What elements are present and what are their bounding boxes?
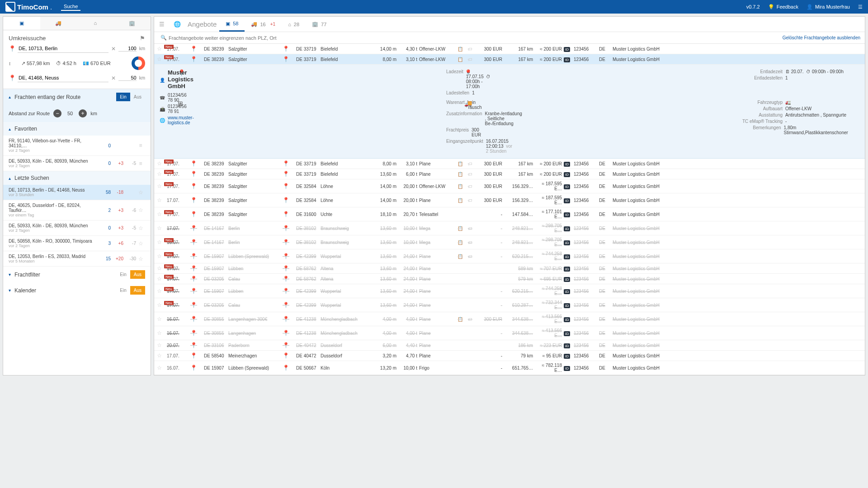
row-detail: 📍 Ladezeit🗓 17.07.15 ⏱ 08:00h - 17:00h L… xyxy=(154,65,865,159)
star-icon[interactable]: ☆ xyxy=(136,256,145,262)
table-row[interactable]: ☆ 16.07. 📍 DE 30855 Langenhagen 300€ 📍 D… xyxy=(154,312,865,326)
list-item[interactable]: DE, 10713, Berlin - DE, 41468, Neussvor … xyxy=(3,185,151,200)
table-row[interactable]: ☆ Neu17.07. 📍 DE 38239 Salzgitter 📍 DE 3… xyxy=(154,54,865,65)
version-label: v0.7.2 xyxy=(746,4,760,9)
route-section[interactable]: ▴Frachten entlang der Route EinAus xyxy=(3,89,151,105)
star-icon[interactable]: ☆ xyxy=(136,189,145,196)
table-row[interactable]: ☆ Neu17.07. 📍 DE 38239 Salzgitter 📍 DE 3… xyxy=(154,179,865,193)
list-item[interactable]: DE, 40625, Dusseldorf - DE, 82024, Taufk… xyxy=(3,200,151,221)
kalender-section[interactable]: ▾Kalender EinAus xyxy=(3,282,151,298)
list-item[interactable]: FR, 91140, Villebon-sur-Yvette - FR, 341… xyxy=(3,136,151,156)
list-item[interactable]: DE, 50933, Köln - DE, 80939, Münchenvor … xyxy=(3,221,151,236)
hide-deleted-link[interactable]: Gelöschte Frachtangebote ausblenden xyxy=(783,35,860,40)
id-badge: ID xyxy=(564,289,570,294)
table-row[interactable]: ☆ Neu17.07. 📍 DE 38239 Salzgitter 📍 DE 3… xyxy=(154,159,865,169)
route-ein[interactable]: Ein xyxy=(116,93,130,101)
logo: TimoCom. xyxy=(5,2,52,12)
table-row[interactable]: ☆ Neu17.07. 📍 DE 38239 Salzgitter 📍 DE 3… xyxy=(154,44,865,54)
list-item[interactable]: DE, 50933, Köln - DE, 80939, Münchenvor … xyxy=(3,156,151,171)
sidebar: ▣ 🚚 ⌂ 🏢 Umkreissuche⚑ 📍 ✕ km ↕ ↗ 557,98 … xyxy=(3,16,151,375)
table-row[interactable]: ☆ 17.07. 📍 DE 58540 Meinerzhagen 📍 DE 40… xyxy=(154,351,865,361)
umkreis-title: Umkreissuche xyxy=(9,35,46,42)
angebote-label: Angebote xyxy=(185,20,219,28)
start-input[interactable] xyxy=(18,44,108,53)
id-badge: ID xyxy=(564,57,570,62)
load-pin-icon: 📍 xyxy=(178,69,442,95)
table-row[interactable]: ☆ Neu17.07. 📍 DE 38239 Salzgitter 📍 DE 3… xyxy=(154,207,865,221)
star-icon[interactable]: ☆ xyxy=(136,225,145,231)
dest-input[interactable] xyxy=(18,74,108,82)
table-row[interactable]: ☆ 17.07. 📍 DE 38239 Salzgitter 📍 DE 3258… xyxy=(154,193,865,207)
star-icon[interactable]: ☆ xyxy=(136,240,145,247)
table-row[interactable]: ☆ Neu17.07. 📍 DE 03205 Calau 📍 DE 42399 … xyxy=(154,298,865,312)
menu-icon[interactable]: ☰ xyxy=(858,4,863,10)
id-badge: ID xyxy=(564,331,570,336)
table-row[interactable]: ☆ 16.07. 📍 DE 30855 Langenhagen 📍 DE 412… xyxy=(154,326,865,340)
id-badge: ID xyxy=(564,354,570,359)
table-row[interactable]: ☆ 17.07. 📍 DE 14167 Berlin 📍 DE 38102 Br… xyxy=(154,221,865,235)
clear-dest-icon[interactable]: ✕ xyxy=(111,75,116,81)
id-badge: ID xyxy=(564,317,570,322)
tab-building[interactable]: 🏢 77 xyxy=(306,17,333,32)
frachtfilter-section[interactable]: ▾Frachtfilter EinAus xyxy=(3,267,151,282)
side-tab-freight-icon[interactable]: ▣ xyxy=(3,17,40,30)
filter-icon[interactable]: ⚑ xyxy=(140,35,145,42)
tab-warehouse[interactable]: ⌂ 28 xyxy=(282,17,306,32)
minus-button[interactable]: − xyxy=(53,109,61,117)
route-aus[interactable]: Aus xyxy=(130,93,145,101)
star-icon[interactable]: ☆ xyxy=(157,365,167,371)
id-badge: ID xyxy=(564,343,570,348)
plus-button[interactable]: + xyxy=(79,109,87,117)
table-row[interactable]: ☆ Neu17.07. 📍 DE 15907 Lübben (Spreewald… xyxy=(154,249,865,263)
globe-icon[interactable]: 🌐 xyxy=(170,21,185,28)
star-icon[interactable]: ☆ xyxy=(136,207,145,213)
table-row[interactable]: ☆ 20.07. 📍 DE 33106 Paderborn 📍 DE 40472… xyxy=(154,340,865,351)
fav-section[interactable]: ▴Favoriten xyxy=(3,122,151,136)
star-icon[interactable]: ☆ xyxy=(157,330,167,336)
id-badge: ID xyxy=(564,198,570,203)
tab-suche[interactable]: Suche xyxy=(61,3,80,11)
table-row[interactable]: ☆ 16.07. 📍 DE 15907 Lübben (Spreewald) 📍… xyxy=(154,361,865,375)
table-row[interactable]: ☆ Neu17.07. 📍 DE 15907 Lübben 📍 DE 58762… xyxy=(154,263,865,274)
list-item[interactable]: DE, 12053, Berlin - ES, 28033, Madridvor… xyxy=(3,251,151,267)
feedback-link[interactable]: 💡 Feedback xyxy=(768,4,798,10)
id-badge: ID xyxy=(564,184,570,189)
clear-start-icon[interactable]: ✕ xyxy=(111,46,116,52)
table-row[interactable]: ☆ Neu17.07. 📍 DE 38239 Salzgitter 📍 DE 3… xyxy=(154,169,865,179)
star-icon[interactable]: ≡ xyxy=(136,142,145,149)
search-input[interactable] xyxy=(169,35,783,41)
main-tabs: ☰ 🌐 Angebote ▣ 58 🚚 16+1 ⌂ 28 🏢 77 xyxy=(154,17,865,32)
side-tab-building-icon[interactable]: 🏢 xyxy=(114,17,151,30)
table-row[interactable]: ☆ Neu16.07. 📍 DE 14167 Berlin 📍 DE 38102… xyxy=(154,235,865,249)
star-icon[interactable]: ☆ xyxy=(157,352,167,359)
tab-truck[interactable]: 🚚 16+1 xyxy=(245,17,282,32)
star-icon[interactable]: ≡ xyxy=(136,160,145,167)
id-badge: ID xyxy=(564,162,570,167)
tab-freight[interactable]: ▣ 58 xyxy=(219,17,245,32)
id-badge: ID xyxy=(564,226,570,231)
user-menu[interactable]: 👤 Mira Musterfrau xyxy=(807,4,850,10)
table-row[interactable]: ☆ Neu17.07. 📍 DE 03205 Calau 📍 DE 58762 … xyxy=(154,274,865,284)
list-icon[interactable]: ☰ xyxy=(154,21,170,28)
searchbar: 🔍 Gelöschte Frachtangebote ausblenden xyxy=(154,32,865,44)
start-radius-input[interactable] xyxy=(118,46,137,52)
side-tab-warehouse-icon[interactable]: ⌂ xyxy=(77,17,114,30)
search-icon[interactable]: 🔍 xyxy=(159,35,169,41)
id-badge: ID xyxy=(564,240,570,245)
goods-icon: ⊞ xyxy=(178,100,442,154)
star-icon[interactable]: ☆ xyxy=(157,197,167,203)
star-icon[interactable]: ☆ xyxy=(157,225,167,231)
table-row[interactable]: ☆ Neu17.07. 📍 DE 15907 Lübben 📍 DE 42399… xyxy=(154,284,865,298)
start-pin-icon: 📍 xyxy=(9,45,15,52)
id-badge: ID xyxy=(564,47,570,52)
unload-pin-icon: 📍 xyxy=(464,69,728,95)
star-icon[interactable]: ☆ xyxy=(157,342,167,348)
star-icon[interactable]: ☆ xyxy=(157,316,167,322)
id-badge: ID xyxy=(564,366,570,371)
dest-radius-input[interactable] xyxy=(118,75,137,81)
abstand-row: Abstand zur Route − 50 + km xyxy=(3,105,151,122)
list-item[interactable]: DE, 50858, Köln - RO, 300000, Timişoarav… xyxy=(3,236,151,251)
side-tab-truck-icon[interactable]: 🚚 xyxy=(40,17,77,30)
recent-section[interactable]: ▴Letzte Suchen xyxy=(3,171,151,185)
id-badge: ID xyxy=(564,172,570,177)
